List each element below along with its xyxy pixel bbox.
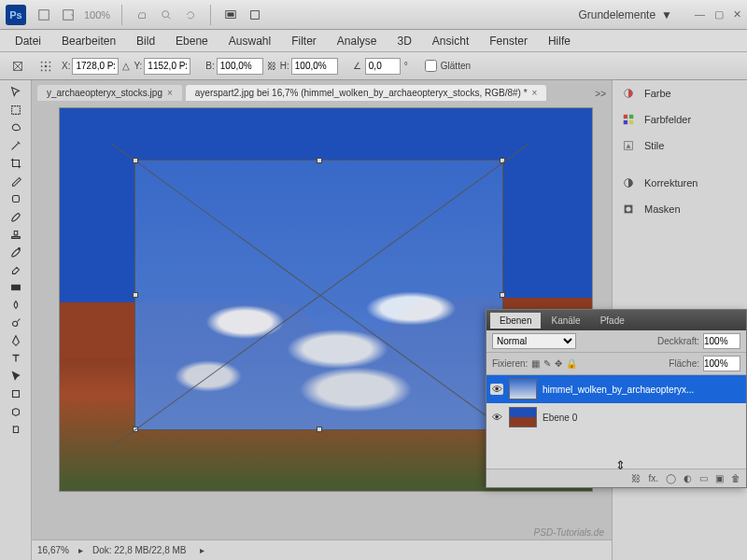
3d-tool[interactable] (5, 403, 27, 420)
tab-overflow-button[interactable]: >> (589, 87, 612, 101)
screen-mode-icon[interactable] (220, 6, 241, 24)
lock-pixels-icon[interactable]: ▦ (531, 358, 540, 369)
layout-dropdown-icon[interactable] (58, 6, 78, 24)
blur-tool[interactable] (5, 297, 27, 314)
adjustment-icon[interactable]: ◐ (684, 473, 692, 483)
lock-all-icon[interactable]: 🔒 (566, 358, 577, 369)
document-tab-1[interactable]: y_archaeopteryx_stocks.jpg× (37, 85, 182, 101)
wand-tool[interactable] (5, 137, 27, 154)
brush-tool[interactable] (5, 208, 27, 225)
new-layer-icon[interactable]: ▣ (715, 473, 724, 483)
doc-info[interactable]: Dok: 22,8 MB/22,8 MB (92, 545, 187, 555)
trash-icon[interactable]: 🗑 (731, 473, 740, 483)
eyedropper-tool[interactable] (5, 173, 27, 189)
svg-rect-21 (12, 391, 19, 398)
heal-tool[interactable] (5, 190, 27, 207)
transform-tool-icon[interactable] (7, 57, 28, 76)
menu-bearbeiten[interactable]: Bearbeiten (52, 32, 125, 50)
x-input[interactable] (72, 58, 119, 75)
visibility-icon[interactable]: 👁 (490, 412, 503, 423)
marquee-tool[interactable] (5, 102, 27, 119)
zoom-icon[interactable] (156, 6, 176, 24)
svg-point-10 (41, 65, 43, 67)
layer-thumb[interactable] (509, 407, 537, 427)
tab-ebenen[interactable]: Ebenen (490, 313, 541, 329)
tab-pfade[interactable]: Pfade (591, 313, 634, 329)
eraser-tool[interactable] (5, 261, 27, 278)
menu-datei[interactable]: Datei (6, 32, 50, 50)
reference-point-icon[interactable] (35, 57, 56, 76)
history-brush-tool[interactable] (5, 244, 27, 260)
layer-row-2[interactable]: 👁 Ebene 0 (486, 403, 746, 431)
menu-3d[interactable]: 3D (388, 32, 421, 50)
lasso-tool[interactable] (5, 119, 27, 136)
path-select-tool[interactable] (5, 368, 27, 385)
crop-tool[interactable] (5, 155, 27, 172)
menu-analyse[interactable]: Analyse (328, 32, 387, 50)
gradient-tool[interactable] (5, 279, 27, 296)
layer-row-1[interactable]: 👁 himmel_wolken_by_archaeopteryx... (486, 375, 746, 403)
fill-label: Fläche: (669, 358, 699, 369)
folder-icon[interactable]: ▭ (699, 473, 708, 483)
pen-tool[interactable] (5, 332, 27, 349)
rail-korrekturen[interactable]: Korrekturen (613, 170, 747, 196)
svg-point-8 (45, 61, 47, 63)
opacity-input[interactable] (703, 333, 740, 349)
w-label: B: (205, 61, 214, 71)
lock-brush-icon[interactable]: ✎ (543, 358, 551, 369)
fx-icon[interactable]: fx. (648, 473, 658, 483)
lock-move-icon[interactable]: ✥ (555, 358, 562, 369)
type-tool[interactable] (5, 350, 27, 367)
angle-input[interactable] (365, 58, 401, 75)
h-input[interactable] (291, 58, 338, 75)
layer-thumb[interactable] (509, 379, 537, 399)
stamp-tool[interactable] (5, 226, 27, 243)
menu-ebene[interactable]: Ebene (166, 32, 218, 50)
layer-name[interactable]: himmel_wolken_by_archaeopteryx... (543, 385, 694, 395)
visibility-icon[interactable]: 👁 (490, 384, 503, 395)
w-input[interactable] (217, 58, 263, 75)
close-icon[interactable]: ✕ (733, 8, 741, 21)
link-icon[interactable]: ⛓ (267, 61, 276, 71)
menu-ansicht[interactable]: Ansicht (423, 32, 478, 50)
rail-stile[interactable]: Stile (613, 133, 747, 159)
workspace-dropdown[interactable]: Grundelemente ▼ (565, 7, 685, 23)
minimize-icon[interactable]: — (695, 8, 705, 21)
delta-icon[interactable]: △ (122, 61, 130, 71)
mask-icon[interactable]: ◯ (666, 473, 676, 483)
tab-2-close-icon[interactable]: × (532, 88, 538, 98)
menu-filter[interactable]: Filter (282, 32, 326, 50)
menu-fenster[interactable]: Fenster (480, 32, 537, 50)
zoom-readout[interactable]: 16,67% (37, 545, 69, 555)
rotate-icon[interactable] (180, 6, 201, 24)
svg-rect-26 (629, 120, 633, 124)
bridge-icon[interactable] (34, 6, 54, 24)
move-tool[interactable] (5, 84, 27, 101)
rail-masken[interactable]: Masken (613, 196, 747, 222)
menu-hilfe[interactable]: Hilfe (539, 32, 580, 50)
dodge-tool[interactable] (5, 315, 27, 331)
layer-name[interactable]: Ebene 0 (543, 413, 577, 423)
svg-rect-24 (629, 115, 633, 119)
extras-icon[interactable] (245, 6, 265, 24)
tab-kanale[interactable]: Kanäle (542, 313, 589, 329)
maximize-icon[interactable]: ▢ (714, 8, 724, 21)
top-zoom-label[interactable]: 100% (84, 9, 110, 21)
blend-mode-select[interactable]: Normal (492, 333, 576, 349)
workspace-label: Grundelemente (578, 8, 655, 21)
caret-icon[interactable]: ▸ (78, 545, 83, 555)
shape-tool[interactable] (5, 385, 27, 402)
tab-1-close-icon[interactable]: × (167, 88, 173, 98)
y-input[interactable] (144, 58, 190, 75)
caret-icon-2[interactable]: ▸ (200, 545, 204, 555)
rail-farbfelder[interactable]: Farbfelder (613, 106, 747, 133)
hand-tool[interactable] (5, 421, 27, 438)
document-tab-2[interactable]: ayerspart2.jpg bei 16,7% (himmel_wolken_… (186, 85, 547, 101)
fill-input[interactable] (703, 356, 740, 371)
menu-auswahl[interactable]: Auswahl (219, 32, 280, 50)
menu-bild[interactable]: Bild (127, 32, 164, 50)
hand-icon[interactable] (132, 6, 152, 24)
smooth-checkbox[interactable] (425, 60, 437, 72)
rail-farbe[interactable]: Farbe (613, 80, 747, 106)
link-layers-icon[interactable]: ⛓ (631, 473, 641, 483)
